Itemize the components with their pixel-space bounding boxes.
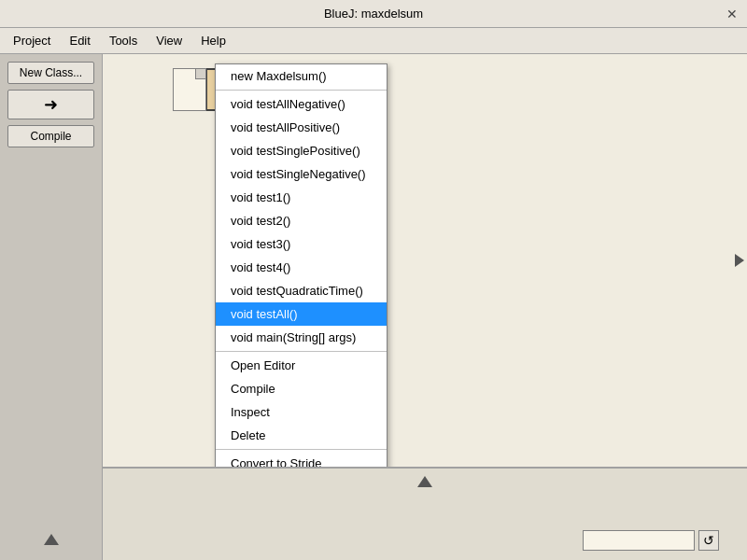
menu-item-testAllNegative[interactable]: void testAllNegative() (216, 92, 387, 116)
menu-item-testSingleNegative[interactable]: void testSingleNegative() (216, 162, 387, 186)
menu-project[interactable]: Project (4, 31, 60, 50)
arrow-button[interactable]: ➜ (7, 90, 94, 119)
menu-separator (216, 351, 387, 352)
menu-item-convertToStride[interactable]: Convert to Stride (216, 452, 387, 467)
right-scroll-arrow[interactable] (735, 254, 744, 267)
compile-button[interactable]: Compile (7, 125, 94, 147)
scroll-down-arrow[interactable] (44, 534, 59, 545)
menu-help[interactable]: Help (191, 31, 235, 50)
close-button[interactable]: ✕ (725, 7, 740, 21)
menu-item-testAll[interactable]: void testAll() (216, 302, 387, 326)
svg-marker-0 (417, 476, 432, 487)
right-scroll-area (732, 54, 747, 467)
menu-item-test2[interactable]: void test2() (216, 209, 387, 232)
menu-separator (216, 90, 387, 91)
scroll-down-area (7, 534, 94, 553)
menu-item-testSinglePositive[interactable]: void testSinglePositive() (216, 139, 387, 162)
canvas-wrapper: Maxdelsum Submit new Maxdelsum()void tes… (103, 54, 747, 560)
canvas-area: Maxdelsum Submit new Maxdelsum()void tes… (103, 54, 747, 467)
menu-item-compile[interactable]: Compile (216, 377, 387, 400)
search-button[interactable]: ↺ (698, 530, 719, 551)
main-layout: New Class... ➜ Compile Maxdelsum Submit … (0, 54, 747, 560)
scroll-up-arrow[interactable] (417, 476, 432, 490)
menu-edit[interactable]: Edit (60, 31, 99, 50)
menu-tools[interactable]: Tools (100, 31, 147, 50)
menu-view[interactable]: View (147, 31, 191, 50)
class-icon (173, 68, 206, 111)
menu-bar: Project Edit Tools View Help (0, 28, 747, 54)
sidebar: New Class... ➜ Compile (0, 54, 103, 560)
window-title: BlueJ: maxdelsum (324, 7, 423, 21)
search-area: ↺ (583, 530, 719, 551)
menu-item-openEditor[interactable]: Open Editor (216, 354, 387, 377)
menu-item-test4[interactable]: void test4() (216, 256, 387, 279)
title-bar: BlueJ: maxdelsum ✕ (0, 0, 747, 28)
menu-item-test3[interactable]: void test3() (216, 232, 387, 256)
menu-item-delete[interactable]: Delete (216, 424, 387, 447)
menu-item-main[interactable]: void main(String[] args) (216, 326, 387, 349)
menu-item-testAllPositive[interactable]: void testAllPositive() (216, 116, 387, 139)
menu-separator (216, 449, 387, 450)
menu-item-testQuadraticTime[interactable]: void testQuadraticTime() (216, 279, 387, 302)
menu-item-inspect[interactable]: Inspect (216, 400, 387, 424)
menu-item-test1[interactable]: void test1() (216, 186, 387, 209)
context-menu: new Maxdelsum()void testAllNegative()voi… (215, 63, 388, 467)
canvas-bottom-panel: ↺ (103, 467, 747, 560)
new-class-button[interactable]: New Class... (7, 62, 94, 84)
search-input[interactable] (583, 530, 695, 551)
menu-item-new-maxdelsum[interactable]: new Maxdelsum() (216, 64, 387, 88)
